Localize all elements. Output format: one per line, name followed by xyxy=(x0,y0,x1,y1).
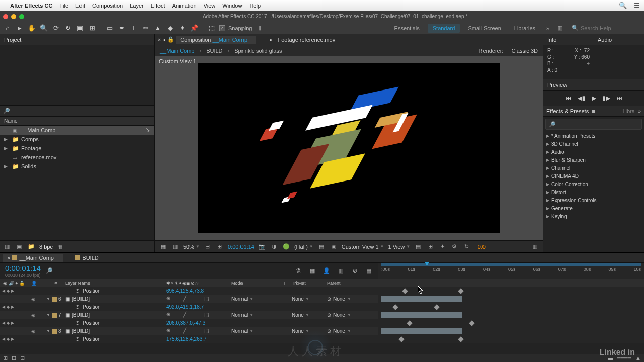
pen-tool-icon[interactable]: ✒ xyxy=(117,24,126,33)
workspace-essentials[interactable]: Essentials xyxy=(389,24,425,33)
timeline-search[interactable]: 🔎 xyxy=(46,267,53,274)
zoom-in-icon[interactable]: ▲ xyxy=(635,355,641,361)
eye-icon[interactable]: ◉ xyxy=(31,313,35,318)
menu-help[interactable]: Help xyxy=(249,3,261,9)
position-value[interactable]: 206.0,387.0,-47.3 xyxy=(166,320,205,326)
keyframe-icon[interactable] xyxy=(434,304,439,310)
workspace-small-screen[interactable]: Small Screen xyxy=(463,24,506,33)
position-value[interactable]: 175.6,128.4,263.7 xyxy=(166,336,207,342)
views-count-dropdown[interactable]: 1 View▼ xyxy=(388,244,410,250)
always-preview-icon[interactable]: ▦ xyxy=(159,243,167,250)
shy-icon[interactable]: 👤 xyxy=(322,267,331,274)
toggle-in-out-icon[interactable]: ⊡ xyxy=(20,355,25,361)
project-search[interactable]: 🔎 xyxy=(0,106,154,117)
toggle-modes-icon[interactable]: ⊟ xyxy=(12,355,16,361)
add-keyframe-icon[interactable]: ◆ xyxy=(7,337,10,341)
info-panel-header[interactable]: Info≡ xyxy=(543,34,594,45)
effect-icon[interactable]: ╱ xyxy=(183,296,186,303)
pickwhip-icon[interactable]: ⊙ xyxy=(327,328,331,334)
collapse-icon[interactable]: ✳ xyxy=(166,296,170,303)
effect-icon[interactable]: ╱ xyxy=(183,328,186,335)
menu-composition[interactable]: Composition xyxy=(92,3,123,9)
resolution-dropdown[interactable]: (Half)▼ xyxy=(294,244,313,250)
next-frame-icon[interactable]: ▮▶ xyxy=(602,95,610,102)
prev-keyframe-icon[interactable]: ◀ xyxy=(2,289,5,293)
next-keyframe-icon[interactable]: ▶ xyxy=(11,289,14,293)
pan-behind-tool-icon[interactable]: ⊞ xyxy=(88,24,97,33)
roto-tool-icon[interactable]: ✦ xyxy=(178,24,187,33)
twirl-icon[interactable]: ▼ xyxy=(46,297,50,301)
window-minimize-button[interactable] xyxy=(11,14,16,19)
zoom-tool-icon[interactable]: 🔍 xyxy=(39,24,48,33)
timeline-tab-main[interactable]: ×__Main Comp≡ xyxy=(3,254,63,262)
keyframe-icon[interactable] xyxy=(392,304,398,310)
comp-mini-flowchart-icon[interactable]: ⚗ xyxy=(294,267,303,274)
delete-icon[interactable]: 🗑 xyxy=(57,244,65,250)
work-area-bar[interactable] xyxy=(381,263,641,266)
search-help[interactable]: 🔍 xyxy=(572,25,641,31)
draft-3d-icon[interactable]: ▦ xyxy=(308,267,317,274)
zoom-dropdown[interactable]: 50%▼ xyxy=(183,244,200,250)
reset-exposure-icon[interactable]: ↻ xyxy=(462,243,470,250)
timeline-row-position[interactable]: ◀◆▶ ⏱Position 175.6,128.4,263.7 xyxy=(0,335,644,343)
workspace-standard[interactable]: Standard xyxy=(428,24,460,33)
twirl-icon[interactable]: ▼ xyxy=(46,313,50,317)
resolution-icon[interactable]: ⊟ xyxy=(204,243,212,250)
roi-icon[interactable]: ⊞ xyxy=(216,243,224,250)
snapshot-icon[interactable]: 📷 xyxy=(258,243,266,250)
keyframe-icon[interactable] xyxy=(402,288,408,294)
label-color-icon[interactable] xyxy=(52,313,57,318)
3d-icon[interactable]: ⬚ xyxy=(204,296,209,303)
prev-keyframe-icon[interactable]: ◀ xyxy=(2,321,5,325)
layer-bar[interactable] xyxy=(381,328,462,334)
pickwhip-icon[interactable]: ⊙ xyxy=(327,312,331,318)
zoom-out-icon[interactable]: ▬ xyxy=(608,355,613,361)
eye-icon[interactable]: ◉ xyxy=(31,329,35,334)
libraries-tab[interactable]: Libra xyxy=(622,108,634,114)
keyframe-icon[interactable] xyxy=(469,320,474,326)
new-folder-icon[interactable]: 📁 xyxy=(27,243,35,250)
menu-layer[interactable]: Layer xyxy=(130,3,144,9)
selection-tool-icon[interactable]: ▸ xyxy=(15,24,24,33)
first-frame-icon[interactable]: ⏮ xyxy=(566,95,572,102)
fast-previews-icon[interactable]: ▤ xyxy=(317,243,326,250)
hand-tool-icon[interactable]: ✋ xyxy=(27,24,36,33)
current-time-indicator[interactable] xyxy=(427,263,427,279)
toggle-switches-icon[interactable]: ⊞ xyxy=(3,355,8,361)
timeline-ruler[interactable]: :00s01s02s03s04s05s06s07s08s09s10s xyxy=(378,263,644,279)
project-item-main-comp[interactable]: ▣__Main Comp⇲ xyxy=(0,126,154,135)
prev-keyframe-icon[interactable]: ◀ xyxy=(2,305,5,309)
home-icon[interactable]: ⌂ xyxy=(3,24,12,33)
spotlight-icon[interactable]: 🔍 xyxy=(619,2,627,9)
timeline-body[interactable]: ◀◆▶ ⏱Position 698.4,125.4,73.8 ◉ ▼6 ▣[BU… xyxy=(0,287,644,354)
3d-icon[interactable]: ⬚ xyxy=(204,328,209,335)
effects-category[interactable]: ▶Color Correction xyxy=(543,180,644,188)
window-close-button[interactable] xyxy=(3,14,8,19)
menubar-list-icon[interactable]: ☰ xyxy=(634,2,640,9)
timeline-row-layer-8[interactable]: ◉ ▼8 ▣[BUILD] ✳ ╱ ⬚ Normal▼ None▼ ⊙None▼ xyxy=(0,327,644,335)
prev-keyframe-icon[interactable]: ◀ xyxy=(2,337,5,341)
effects-category[interactable]: ▶Channel xyxy=(543,164,644,172)
pickwhip-icon[interactable]: ⊙ xyxy=(327,296,331,302)
workspace-reset-icon[interactable]: ▥ xyxy=(555,25,565,31)
renderer-opt-icon[interactable]: ⚙ xyxy=(450,243,458,250)
panel-menu-icon[interactable]: ≡ xyxy=(249,37,252,43)
rotate-tool-icon[interactable]: ↻ xyxy=(63,24,72,33)
effects-category[interactable]: ▶CINEMA 4D xyxy=(543,172,644,180)
window-zoom-button[interactable] xyxy=(19,14,24,19)
menu-file[interactable]: File xyxy=(59,3,68,9)
3d-ground-icon[interactable]: ✦ xyxy=(438,243,446,250)
stopwatch-icon[interactable]: ⏱ xyxy=(75,304,80,310)
comp-flowchart-icon[interactable]: ⇲ xyxy=(146,127,150,134)
effects-category[interactable]: ▶3D Channel xyxy=(543,140,644,148)
type-tool-icon[interactable]: T xyxy=(129,24,138,33)
stopwatch-icon[interactable]: ⏱ xyxy=(75,288,80,294)
panel-menu-icon[interactable]: ≡ xyxy=(56,255,59,261)
label-color-icon[interactable] xyxy=(52,297,57,302)
effects-search[interactable]: 🔎 xyxy=(545,119,642,130)
close-icon[interactable]: × xyxy=(7,255,10,261)
local-axis-icon[interactable]: ⬚ xyxy=(207,24,216,33)
eye-icon[interactable]: ◉ xyxy=(31,297,35,302)
effects-category[interactable]: ▶Blur & Sharpen xyxy=(543,156,644,164)
twirl-icon[interactable]: ▼ xyxy=(46,329,50,333)
